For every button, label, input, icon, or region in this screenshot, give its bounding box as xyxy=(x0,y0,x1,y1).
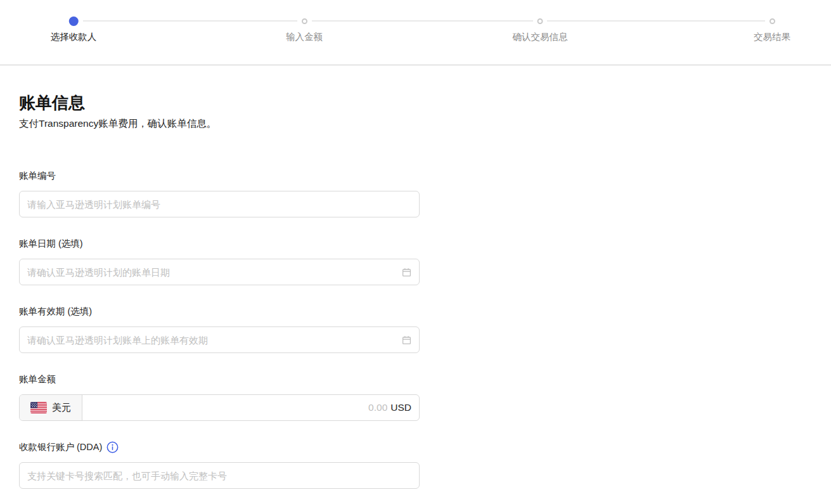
us-flag-icon xyxy=(30,402,47,413)
step-confirm-info: 确认交易信息 xyxy=(513,15,568,43)
bill-number-field: 账单编号 xyxy=(19,170,420,217)
bill-number-label: 账单编号 xyxy=(19,170,420,182)
dda-account-field: 收款银行账户 (DDA) xyxy=(19,441,420,489)
step-label: 输入金额 xyxy=(286,31,323,43)
step-pending-dot xyxy=(302,18,307,24)
calendar-icon[interactable] xyxy=(402,335,411,345)
step-result: 交易结果 xyxy=(754,15,790,43)
transfer-stepper: 选择收款人 输入金额 确认交易信息 交易结果 xyxy=(0,0,831,65)
bill-validity-label: 账单有效期 (选填) xyxy=(19,306,420,318)
dda-account-input[interactable] xyxy=(27,470,411,481)
info-icon[interactable] xyxy=(106,441,119,453)
step-label: 确认交易信息 xyxy=(513,31,568,43)
bill-amount-field: 账单金额 xyxy=(19,373,420,421)
currency-name: 美元 xyxy=(52,402,71,414)
step-enter-amount: 输入金额 xyxy=(286,15,323,43)
step-pending-dot xyxy=(538,18,543,24)
step-connector xyxy=(547,20,765,22)
bill-date-label: 账单日期 (选填) xyxy=(19,238,420,250)
bill-info-section: 账单信息 支付Transparency账单费用，确认账单信息。 账单编号 账单日… xyxy=(0,65,831,489)
amount-input[interactable] xyxy=(82,402,387,413)
step-pending-dot xyxy=(770,18,775,24)
currency-selector[interactable]: 美元 xyxy=(20,395,82,420)
step-active-dot xyxy=(69,16,79,26)
step-connector xyxy=(312,20,533,22)
page-title: 账单信息 xyxy=(19,91,812,115)
calendar-icon[interactable] xyxy=(402,268,411,277)
bill-date-field: 账单日期 (选填) xyxy=(19,238,420,285)
bill-validity-input[interactable] xyxy=(27,335,397,346)
bill-number-input[interactable] xyxy=(27,199,411,210)
bill-amount-label: 账单金额 xyxy=(19,373,420,385)
step-connector xyxy=(83,20,297,22)
currency-code: USD xyxy=(390,402,411,413)
bill-validity-field: 账单有效期 (选填) xyxy=(19,306,420,353)
step-select-payee: 选择收款人 xyxy=(51,15,97,43)
bill-date-input[interactable] xyxy=(27,267,397,278)
step-label: 选择收款人 xyxy=(51,31,97,43)
step-label: 交易结果 xyxy=(754,31,790,43)
page-subtitle: 支付Transparency账单费用，确认账单信息。 xyxy=(19,117,812,131)
dda-account-label: 收款银行账户 (DDA) xyxy=(19,441,102,453)
